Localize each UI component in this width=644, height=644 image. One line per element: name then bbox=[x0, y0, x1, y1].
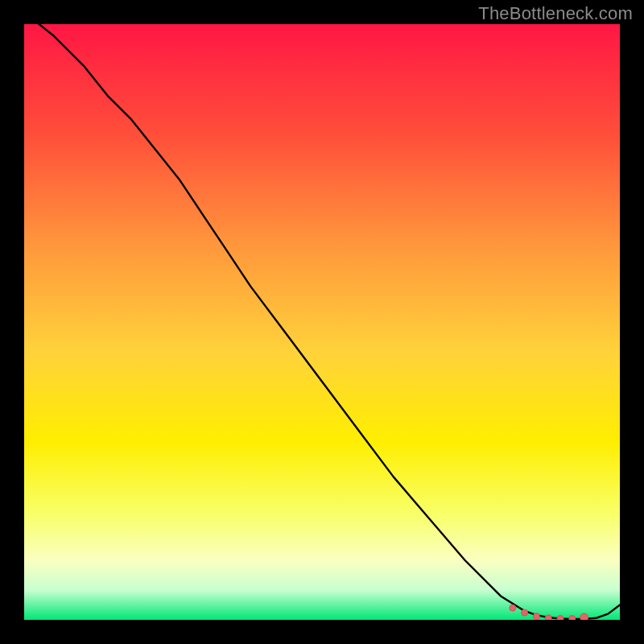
marker-dot bbox=[510, 605, 516, 611]
chart-svg bbox=[0, 0, 644, 644]
plot-background bbox=[24, 24, 620, 620]
attribution-label: TheBottleneck.com bbox=[478, 3, 633, 24]
chart-container: TheBottleneck.com bbox=[0, 0, 644, 644]
marker-dot bbox=[522, 609, 528, 616]
marker-dot bbox=[533, 613, 539, 620]
